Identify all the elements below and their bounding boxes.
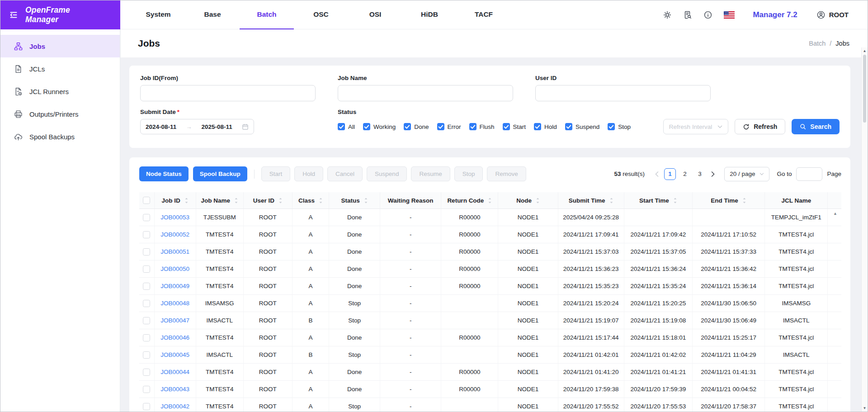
node-status-button[interactable]: Node Status	[139, 166, 189, 181]
job-id-link[interactable]: JOB00050	[160, 265, 189, 272]
spool-backup-button[interactable]: Spool Backup	[193, 166, 247, 181]
row-select-cell[interactable]	[139, 295, 154, 312]
status-checkbox-flush[interactable]: Flush	[469, 123, 495, 130]
sort-icon[interactable]	[609, 197, 613, 204]
sidebar-item-outputs-printers[interactable]: Outputs/Printers	[0, 103, 120, 125]
us-flag-icon[interactable]	[724, 11, 735, 19]
goto-page-input[interactable]	[796, 167, 822, 181]
column-header-node[interactable]: Node	[498, 192, 558, 209]
row-select-cell[interactable]	[139, 209, 154, 226]
row-checkbox[interactable]	[143, 300, 150, 307]
info-icon[interactable]	[703, 10, 712, 19]
row-checkbox[interactable]	[143, 214, 150, 221]
tab-osi[interactable]: OSI	[348, 0, 402, 29]
column-header-class[interactable]: Class	[292, 192, 329, 209]
page-number-1[interactable]: 1	[664, 168, 676, 180]
date-range-picker[interactable]: 2024-08-11 → 2025-08-11	[140, 119, 254, 134]
job-id-link[interactable]: JOB00048	[160, 300, 189, 307]
row-select-cell[interactable]	[139, 346, 154, 364]
row-select-cell[interactable]	[139, 226, 154, 243]
row-select-cell[interactable]	[139, 329, 154, 346]
column-header-user-id[interactable]: User ID	[243, 192, 292, 209]
table-scroll-up-arrow[interactable]: ▲	[833, 211, 837, 216]
row-checkbox[interactable]	[143, 403, 150, 410]
status-checkbox-done[interactable]: Done	[404, 123, 429, 130]
job-id-link[interactable]: JOB00042	[160, 403, 189, 410]
audit-log-icon[interactable]	[683, 10, 692, 19]
row-select-cell[interactable]	[139, 381, 154, 398]
prev-page-button[interactable]	[653, 168, 661, 180]
row-checkbox[interactable]	[143, 386, 150, 393]
status-checkbox-all[interactable]: All	[338, 123, 355, 130]
job-id-link[interactable]: JOB00045	[160, 351, 189, 358]
status-checkbox-hold[interactable]: Hold	[534, 123, 557, 130]
tab-system[interactable]: System	[131, 0, 185, 29]
sidebar-item-jcl-runners[interactable]: JCL Runners	[0, 80, 120, 103]
row-select-cell[interactable]	[139, 364, 154, 381]
date-from-value[interactable]: 2024-08-11	[146, 123, 176, 130]
tab-osc[interactable]: OSC	[294, 0, 348, 29]
filter-input-job-name[interactable]	[338, 85, 513, 101]
sort-icon[interactable]	[742, 197, 746, 204]
sidebar-item-jcls[interactable]: JCLs	[0, 57, 120, 80]
scroll-down-arrow[interactable]: ▼	[862, 406, 868, 410]
column-header-start-time[interactable]: Start Time	[624, 192, 692, 209]
sort-icon[interactable]	[536, 197, 540, 204]
tab-batch[interactable]: Batch	[240, 0, 294, 29]
page-number-3[interactable]: 3	[694, 168, 706, 180]
row-select-cell[interactable]	[139, 312, 154, 329]
job-id-link[interactable]: JOB00052	[160, 231, 189, 238]
job-id-link[interactable]: JOB00049	[160, 283, 189, 289]
status-checkbox-error[interactable]: Error	[437, 123, 461, 130]
sidebar-collapse-icon[interactable]	[9, 10, 19, 20]
column-header-submit-time[interactable]: Submit Time	[558, 192, 624, 209]
row-checkbox[interactable]	[143, 283, 150, 290]
filter-input-job-id-from[interactable]	[140, 85, 316, 101]
page-size-select[interactable]: 20 / page	[724, 167, 769, 181]
column-header-end-time[interactable]: End Time	[692, 192, 764, 209]
row-checkbox[interactable]	[143, 231, 150, 238]
column-header-job-name[interactable]: Job Name	[196, 192, 243, 209]
row-checkbox[interactable]	[143, 351, 150, 359]
tab-tacf[interactable]: TACF	[457, 0, 511, 29]
status-checkbox-suspend[interactable]: Suspend	[565, 123, 599, 130]
job-id-link[interactable]: JOB00051	[160, 248, 189, 255]
select-all-checkbox[interactable]	[143, 197, 150, 204]
row-checkbox[interactable]	[143, 334, 150, 341]
job-id-link[interactable]: JOB00053	[160, 214, 189, 221]
sort-icon[interactable]	[488, 197, 492, 204]
row-select-cell[interactable]	[139, 398, 154, 412]
sidebar-item-spool-backups[interactable]: Spool Backups	[0, 125, 120, 148]
row-checkbox[interactable]	[143, 317, 150, 324]
filter-input-user-id[interactable]	[535, 85, 711, 101]
status-checkbox-working[interactable]: Working	[363, 123, 396, 130]
sidebar-item-jobs[interactable]: Jobs	[0, 35, 120, 57]
select-all-header[interactable]	[139, 192, 154, 209]
settings-icon[interactable]	[663, 10, 672, 19]
next-page-button[interactable]	[709, 168, 717, 180]
tab-base[interactable]: Base	[185, 0, 240, 29]
row-checkbox[interactable]	[143, 265, 150, 273]
row-select-cell[interactable]	[139, 243, 154, 260]
sort-icon[interactable]	[278, 197, 283, 204]
scrollbar-thumb[interactable]	[863, 55, 866, 123]
date-to-value[interactable]: 2025-08-11	[202, 123, 232, 130]
sort-icon[interactable]	[364, 197, 368, 204]
tab-hidb[interactable]: HiDB	[402, 0, 457, 29]
row-select-cell[interactable]	[139, 278, 154, 295]
sort-icon[interactable]	[184, 197, 189, 204]
refresh-interval-select[interactable]: Refresh Interval	[663, 119, 728, 134]
page-number-2[interactable]: 2	[679, 168, 691, 180]
status-checkbox-stop[interactable]: Stop	[608, 123, 631, 130]
breadcrumb-item-batch[interactable]: Batch	[809, 40, 826, 47]
user-menu[interactable]: ROOT	[816, 10, 849, 19]
row-checkbox[interactable]	[143, 369, 150, 376]
sort-icon[interactable]	[234, 197, 238, 204]
column-header-job-id[interactable]: Job ID	[154, 192, 196, 209]
column-header-status[interactable]: Status	[329, 192, 380, 209]
row-checkbox[interactable]	[143, 248, 150, 256]
search-button[interactable]: Search	[792, 119, 840, 134]
refresh-button[interactable]: Refresh	[735, 119, 785, 134]
status-checkbox-start[interactable]: Start	[503, 123, 526, 130]
sort-icon[interactable]	[673, 197, 677, 204]
